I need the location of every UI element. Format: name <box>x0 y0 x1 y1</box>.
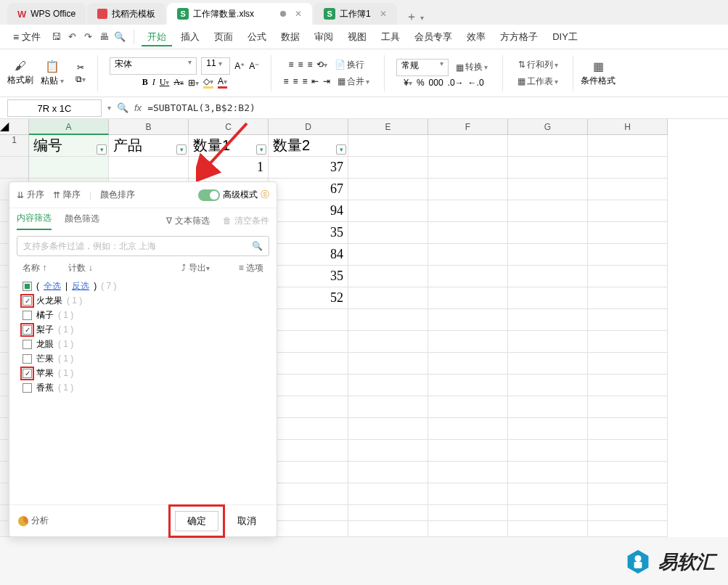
row-1-header[interactable]: 1 <box>0 135 29 157</box>
menu-view[interactable]: 视图 <box>342 28 372 46</box>
print-icon[interactable]: 🖶 <box>97 31 110 42</box>
cell-C1[interactable]: 数量1▾ <box>189 135 269 157</box>
new-tab-button[interactable]: ＋ ▾ <box>398 9 431 25</box>
underline-button[interactable]: U▾ <box>160 77 170 88</box>
align-mid-icon[interactable]: ≡ <box>298 60 303 70</box>
filter-item[interactable]: ✓苹果 ( 1 ) <box>23 366 263 380</box>
color-sort-button[interactable]: 颜色排序 <box>100 189 135 201</box>
filter-item[interactable]: ✓火龙果 ( 1 ) <box>23 293 263 308</box>
close-icon[interactable]: ✕ <box>380 9 387 19</box>
search-icon[interactable]: 🔍 <box>117 102 128 113</box>
rowcol-button[interactable]: ⇅行和列▾ <box>515 57 561 73</box>
dec-inc-icon[interactable]: .0→ <box>448 78 464 88</box>
menu-home[interactable]: 开始 <box>142 28 172 46</box>
filter-icon[interactable]: ▾ <box>176 144 187 155</box>
menu-tools[interactable]: 工具 <box>375 28 406 46</box>
filter-item[interactable]: 芒果 ( 1 ) <box>23 351 263 366</box>
menu-insert[interactable]: 插入 <box>175 28 205 46</box>
menu-page[interactable]: 页面 <box>208 28 239 46</box>
cell-D[interactable]: 37 <box>269 157 348 179</box>
select-all-corner[interactable]: ◢ <box>0 119 29 135</box>
sort-desc-button[interactable]: ⇈ 降序 <box>53 189 81 201</box>
cut-icon[interactable]: ✂ <box>77 62 84 73</box>
orient-icon[interactable]: ⟲▾ <box>316 60 327 70</box>
col-F-header[interactable]: F <box>428 119 508 135</box>
preview-icon[interactable]: 🔍 <box>113 31 126 42</box>
cell-D[interactable]: 67 <box>269 179 348 200</box>
percent-icon[interactable]: % <box>417 78 425 88</box>
align-center-icon[interactable]: ≡ <box>293 76 298 86</box>
fill-color-button[interactable]: ◇▾ <box>203 76 213 89</box>
close-icon[interactable]: ✕ <box>295 9 302 19</box>
filter-item[interactable]: 橘子 ( 1 ) <box>23 308 263 322</box>
checkbox-icon[interactable] <box>23 340 32 349</box>
sheet-button[interactable]: ▦工作表▾ <box>515 74 561 89</box>
advanced-mode-toggle[interactable]: 高级模式 ⓢ <box>198 189 269 201</box>
clear-filter-button[interactable]: 🗑 清空条件 <box>223 215 269 227</box>
options-button[interactable]: ≡ 选项 <box>239 262 263 274</box>
cell-B1[interactable]: 产品▾ <box>109 135 189 157</box>
menu-fangfang[interactable]: 方方格子 <box>494 28 544 46</box>
align-left-icon[interactable]: ≡ <box>283 76 288 86</box>
select-all-item[interactable]: (全选 | 反选) ( 7 ) <box>23 279 263 293</box>
sort-asc-button[interactable]: ⇊ 升序 <box>17 189 44 201</box>
strike-button[interactable]: A▾ <box>173 77 184 88</box>
menu-formula[interactable]: 公式 <box>242 28 272 46</box>
checkbox-icon[interactable]: ✓ <box>23 369 32 378</box>
format-painter-button[interactable]: 🖌格式刷 <box>7 60 33 86</box>
align-top-icon[interactable]: ≡ <box>288 60 293 70</box>
checkbox-icon[interactable] <box>23 311 32 320</box>
col-B-header[interactable]: B <box>109 119 189 135</box>
filter-icon[interactable]: ▾ <box>97 144 107 155</box>
filter-search-input[interactable]: 支持多条件过滤，例如：北京 上海🔍 <box>17 236 269 256</box>
checkbox-icon[interactable] <box>23 354 32 364</box>
col-G-header[interactable]: G <box>508 119 588 135</box>
fx-icon[interactable]: fx <box>134 102 142 113</box>
cell-D1[interactable]: 数量2▾ <box>269 135 348 157</box>
wrap-button[interactable]: 📄换行 <box>332 57 367 73</box>
menu-diy[interactable]: DIY工 <box>547 28 584 46</box>
convert-button[interactable]: ▦转换▾ <box>453 60 491 75</box>
cell-A1[interactable]: 编号▾ <box>29 135 109 157</box>
font-color-button[interactable]: A▾ <box>218 76 227 89</box>
save-icon[interactable]: 🖫 <box>49 31 62 42</box>
indent-inc-icon[interactable]: ⇥ <box>323 76 330 86</box>
col-E-header[interactable]: E <box>348 119 428 135</box>
checkbox-icon[interactable]: ✓ <box>23 296 32 306</box>
tab-workbook-count[interactable]: S工作簿数量.xlsx✕ <box>167 3 312 25</box>
align-right-icon[interactable]: ≡ <box>302 76 307 86</box>
cell-D[interactable]: 52 <box>269 287 348 309</box>
align-bot-icon[interactable]: ≡ <box>307 60 312 70</box>
menu-efficiency[interactable]: 效率 <box>461 28 491 46</box>
bold-button[interactable]: B <box>142 77 148 88</box>
name-col-header[interactable]: 名称 ↑ <box>23 262 46 274</box>
font-name-select[interactable]: 宋体 ▾ <box>110 57 197 75</box>
decrease-font-icon[interactable]: A⁻ <box>249 61 259 71</box>
filter-item[interactable]: 龙眼 ( 1 ) <box>23 337 263 351</box>
copy-icon[interactable]: ⧉▾ <box>75 74 86 84</box>
analysis-button[interactable]: 分析 <box>18 515 49 527</box>
undo-icon[interactable]: ↶ <box>65 31 78 42</box>
checkbox-partial-icon[interactable] <box>23 282 32 291</box>
menu-data[interactable]: 数据 <box>275 28 306 46</box>
tab-templates[interactable]: 找稻壳模板 <box>87 3 165 25</box>
cell-D[interactable]: 94 <box>269 200 348 222</box>
dec-dec-icon[interactable]: ←.0 <box>468 78 484 88</box>
paste-button[interactable]: 📋粘贴 ▾ <box>41 60 64 87</box>
export-button[interactable]: ⤴ 导出▾ <box>181 262 209 274</box>
cell-D[interactable]: 35 <box>269 222 348 244</box>
col-A-header[interactable]: A <box>29 119 109 135</box>
col-D-header[interactable]: D <box>269 119 348 135</box>
col-C-header[interactable]: C <box>189 119 269 135</box>
filter-item[interactable]: 香蕉 ( 1 ) <box>23 380 263 395</box>
number-format-select[interactable]: 常规 ▾ <box>396 59 449 76</box>
ok-button[interactable]: 确定 <box>175 511 218 531</box>
italic-button[interactable]: I <box>152 77 155 88</box>
tab-wps-office[interactable]: WWPS Office <box>7 3 86 25</box>
cancel-button[interactable]: 取消 <box>226 511 268 531</box>
cell-D[interactable]: 84 <box>269 244 348 266</box>
border-button[interactable]: ⊞▾ <box>188 78 199 88</box>
name-box[interactable]: 7R x 1C <box>7 99 102 117</box>
tab-workbook-1[interactable]: S工作簿1✕ <box>314 3 397 25</box>
filter-icon[interactable]: ▾ <box>256 144 266 155</box>
